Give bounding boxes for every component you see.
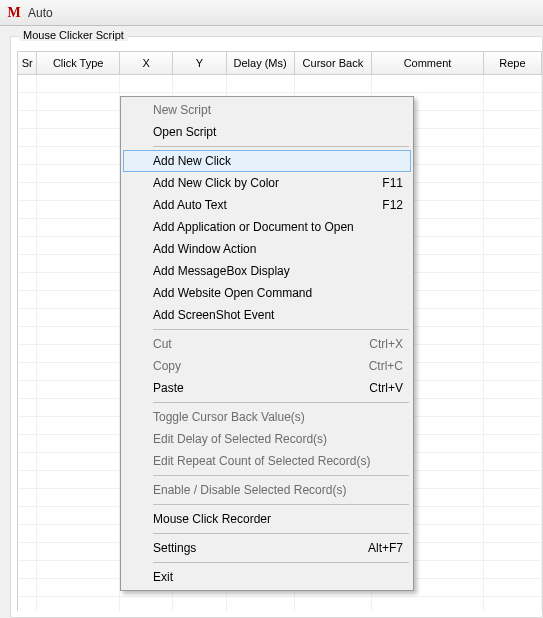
table-cell (37, 507, 119, 524)
menu-item[interactable]: Add Application or Document to Open (123, 216, 411, 238)
table-cell (37, 237, 119, 254)
table-cell (484, 255, 542, 272)
col-repeat[interactable]: Repe (484, 52, 542, 74)
table-cell (484, 489, 542, 506)
table-cell (18, 597, 37, 611)
table-cell (18, 453, 37, 470)
table-cell (484, 597, 542, 611)
menu-item[interactable]: Add Window Action (123, 238, 411, 260)
app-window: M Auto Mouse Clicker Script Sr Click Typ… (0, 0, 543, 618)
menu-item[interactable]: Add Website Open Command (123, 282, 411, 304)
table-cell (37, 129, 119, 146)
table-cell (372, 75, 484, 92)
table-cell (18, 201, 37, 218)
table-cell (120, 75, 173, 92)
table-cell (37, 273, 119, 290)
menu-item[interactable]: Add New Click by ColorF11 (123, 172, 411, 194)
table-cell (484, 435, 542, 452)
menu-item-label: Mouse Click Recorder (153, 512, 271, 526)
table-cell (484, 291, 542, 308)
menu-item-label: Edit Repeat Count of Selected Record(s) (153, 454, 370, 468)
table-cell (37, 417, 119, 434)
menu-item: Edit Delay of Selected Record(s) (123, 428, 411, 450)
table-cell (18, 219, 37, 236)
table-cell (484, 327, 542, 344)
table-cell (484, 381, 542, 398)
menu-separator (153, 504, 409, 505)
table-cell (37, 561, 119, 578)
menu-item-label: Add New Click by Color (153, 176, 279, 190)
table-cell (227, 75, 295, 92)
menu-separator (153, 562, 409, 563)
menu-item[interactable]: Mouse Click Recorder (123, 508, 411, 530)
table-cell (484, 201, 542, 218)
table-cell (18, 237, 37, 254)
menu-item[interactable]: Add MessageBox Display (123, 260, 411, 282)
menu-item-label: Add Window Action (153, 242, 256, 256)
menu-item-label: Copy (153, 359, 181, 373)
menu-item[interactable]: SettingsAlt+F7 (123, 537, 411, 559)
col-x[interactable]: X (120, 52, 173, 74)
table-cell (18, 255, 37, 272)
menu-item[interactable]: Add ScreenShot Event (123, 304, 411, 326)
menu-item-label: Add Website Open Command (153, 286, 312, 300)
menu-item: CopyCtrl+C (123, 355, 411, 377)
table-cell (18, 183, 37, 200)
table-cell (484, 183, 542, 200)
menu-item-shortcut: F11 (362, 176, 403, 190)
table-cell (37, 345, 119, 362)
menu-item: New Script (123, 99, 411, 121)
table-cell (18, 417, 37, 434)
col-click-type[interactable]: Click Type (37, 52, 119, 74)
menu-item[interactable]: Add New Click (123, 150, 411, 172)
menu-item: Edit Repeat Count of Selected Record(s) (123, 450, 411, 472)
table-cell (484, 453, 542, 470)
col-comment[interactable]: Comment (372, 52, 484, 74)
menu-separator (153, 533, 409, 534)
table-cell (37, 165, 119, 182)
table-cell (484, 471, 542, 488)
table-cell (37, 201, 119, 218)
menu-item-shortcut: Ctrl+C (349, 359, 403, 373)
table-cell (18, 111, 37, 128)
table-cell (484, 579, 542, 596)
table-cell (37, 453, 119, 470)
menu-item[interactable]: Open Script (123, 121, 411, 143)
groupbox-title: Mouse Clicker Script (19, 29, 128, 41)
table-cell (484, 345, 542, 362)
context-menu[interactable]: New ScriptOpen ScriptAdd New ClickAdd Ne… (120, 96, 414, 591)
table-cell (37, 381, 119, 398)
menu-item-shortcut: Ctrl+V (349, 381, 403, 395)
table-cell (173, 75, 226, 92)
menu-item[interactable]: PasteCtrl+V (123, 377, 411, 399)
table-row[interactable] (18, 597, 542, 611)
col-cursor-back[interactable]: Cursor Back (295, 52, 373, 74)
col-sr[interactable]: Sr (18, 52, 37, 74)
table-cell (18, 543, 37, 560)
menu-item-shortcut: Ctrl+X (349, 337, 403, 351)
col-delay[interactable]: Delay (Ms) (227, 52, 295, 74)
table-cell (484, 219, 542, 236)
menu-item-label: Settings (153, 541, 196, 555)
table-cell (295, 75, 373, 92)
table-cell (37, 309, 119, 326)
menu-item-shortcut: Alt+F7 (348, 541, 403, 555)
menu-item-label: Open Script (153, 125, 216, 139)
menu-item[interactable]: Add Auto TextF12 (123, 194, 411, 216)
table-cell (18, 471, 37, 488)
table-cell (484, 543, 542, 560)
table-row[interactable] (18, 75, 542, 93)
menu-item-label: Paste (153, 381, 184, 395)
menu-item[interactable]: Exit (123, 566, 411, 588)
table-cell (37, 543, 119, 560)
table-cell (37, 363, 119, 380)
table-cell (37, 183, 119, 200)
titlebar[interactable]: M Auto (0, 0, 543, 26)
table-cell (37, 597, 119, 611)
table-cell (18, 381, 37, 398)
table-cell (173, 597, 226, 611)
menu-item-label: Add New Click (153, 154, 231, 168)
col-y[interactable]: Y (173, 52, 226, 74)
app-icon: M (6, 5, 22, 21)
table-cell (18, 345, 37, 362)
